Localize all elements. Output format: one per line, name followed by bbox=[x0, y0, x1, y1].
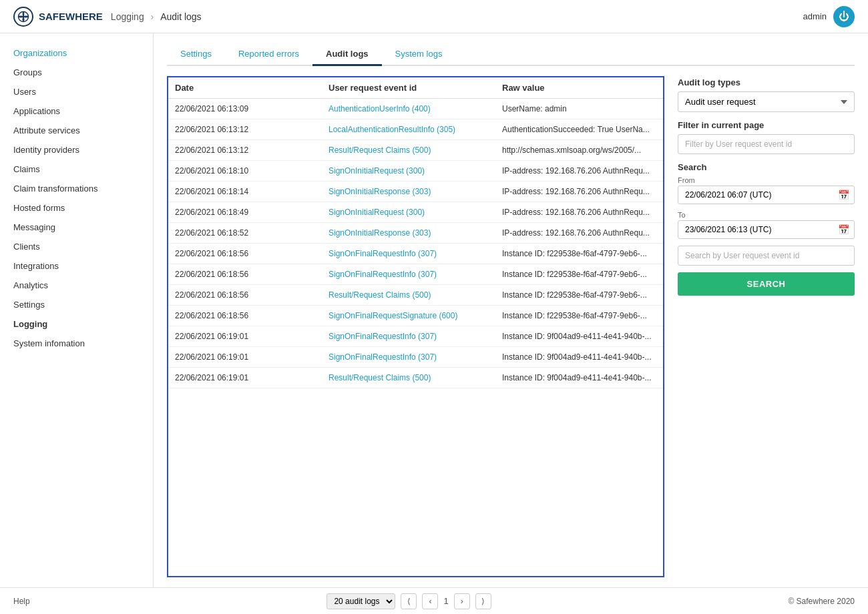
from-calendar-icon[interactable]: 📅 bbox=[838, 190, 849, 200]
cell-raw: Instance ID: 9f004ad9-e411-4e41-940b-... bbox=[502, 332, 656, 341]
cell-raw: IP-address: 192.168.76.206 AuthnRequ... bbox=[502, 187, 656, 196]
cell-date: 22/06/2021 06:18:56 bbox=[175, 270, 329, 279]
to-calendar-icon[interactable]: 📅 bbox=[838, 224, 849, 235]
footer-copyright: © Safewhere 2020 bbox=[788, 597, 855, 606]
cell-raw: UserName: admin bbox=[502, 104, 656, 113]
right-panel: Audit log types Audit user request All A… bbox=[678, 76, 855, 577]
cell-event[interactable]: SignOnFinalRequestInfo (307) bbox=[329, 270, 502, 279]
table-row: 22/06/2021 06:19:01 SignOnFinalRequestIn… bbox=[168, 326, 663, 347]
cell-event[interactable]: SignOnInitialResponse (303) bbox=[329, 228, 502, 238]
sidebar-item-users[interactable]: Users bbox=[0, 82, 153, 101]
cell-event[interactable]: SignOnInitialRequest (300) bbox=[329, 208, 502, 217]
filter-input[interactable] bbox=[678, 134, 855, 154]
table-row: 22/06/2021 06:18:56 SignOnFinalRequestIn… bbox=[168, 264, 663, 285]
tab-audit-logs[interactable]: Audit logs bbox=[312, 43, 382, 66]
table-row: 22/06/2021 06:18:10 SignOnInitialRequest… bbox=[168, 161, 663, 182]
next-page-button[interactable]: › bbox=[454, 593, 470, 609]
sidebar-item-identity-providers[interactable]: Identity providers bbox=[0, 140, 153, 160]
cell-date: 22/06/2021 06:19:01 bbox=[175, 352, 329, 362]
cell-event[interactable]: SignOnFinalRequestSignature (600) bbox=[329, 311, 502, 320]
to-label: To bbox=[678, 211, 855, 219]
cell-raw: Instance ID: f229538e-f6af-4797-9eb6-... bbox=[502, 290, 656, 300]
cell-raw: Instance ID: f229538e-f6af-4797-9eb6-... bbox=[502, 270, 656, 279]
cell-date: 22/06/2021 06:18:56 bbox=[175, 249, 329, 258]
sidebar-item-claims[interactable]: Claims bbox=[0, 160, 153, 179]
cell-date: 22/06/2021 06:18:49 bbox=[175, 208, 329, 217]
from-date-wrapper: 📅 bbox=[678, 186, 855, 204]
search-section-label: Search bbox=[678, 162, 855, 172]
content: Settings Reported errors Audit logs Syst… bbox=[154, 33, 868, 587]
footer-help: Help bbox=[13, 597, 30, 606]
first-page-button[interactable]: ⟨ bbox=[401, 593, 417, 609]
cell-date: 22/06/2021 06:19:01 bbox=[175, 373, 329, 382]
to-date-wrapper: 📅 bbox=[678, 220, 855, 239]
cell-event[interactable]: Result/Request Claims (500) bbox=[329, 145, 502, 155]
sidebar-item-integrations[interactable]: Integrations bbox=[0, 256, 153, 276]
from-date-section: From 📅 bbox=[678, 176, 855, 204]
table-row: 22/06/2021 06:18:56 Result/Request Claim… bbox=[168, 285, 663, 306]
cell-date: 22/06/2021 06:18:10 bbox=[175, 166, 329, 176]
table-header: Date User request event id Raw value bbox=[168, 77, 663, 99]
cell-date: 22/06/2021 06:13:09 bbox=[175, 104, 329, 113]
breadcrumb-separator: › bbox=[151, 11, 154, 22]
search-section: Search From 📅 To 📅 bbox=[678, 162, 855, 296]
sidebar-item-claim-transformations[interactable]: Claim transformations bbox=[0, 179, 153, 198]
table-row: 22/06/2021 06:18:14 SignOnInitialRespons… bbox=[168, 182, 663, 202]
current-page: 1 bbox=[443, 596, 448, 606]
tab-reported-errors[interactable]: Reported errors bbox=[225, 43, 312, 66]
filter-section: Filter in current page bbox=[678, 120, 855, 154]
audit-log-type-dropdown[interactable]: Audit user request All Authentication Si… bbox=[678, 91, 855, 112]
cell-date: 22/06/2021 06:18:56 bbox=[175, 290, 329, 300]
sidebar-item-settings[interactable]: Settings bbox=[0, 295, 153, 314]
cell-date: 22/06/2021 06:18:52 bbox=[175, 228, 329, 238]
table-row: 22/06/2021 06:13:12 Result/Request Claim… bbox=[168, 140, 663, 161]
sidebar-item-system-information[interactable]: System infomation bbox=[0, 334, 153, 353]
col-date: Date bbox=[175, 83, 329, 93]
tab-system-logs[interactable]: System logs bbox=[382, 43, 456, 66]
sidebar-item-analytics[interactable]: Analytics bbox=[0, 276, 153, 295]
table-row: 22/06/2021 06:19:01 SignOnFinalRequestIn… bbox=[168, 347, 663, 368]
breadcrumb: Logging › Audit logs bbox=[111, 11, 202, 22]
cell-event[interactable]: LocalAuthenticationResultInfo (305) bbox=[329, 125, 502, 134]
sidebar-item-clients[interactable]: Clients bbox=[0, 237, 153, 256]
sidebar-item-applications[interactable]: Applications bbox=[0, 101, 153, 121]
sidebar-item-messaging[interactable]: Messaging bbox=[0, 218, 153, 237]
per-page-select[interactable]: 20 audit logs bbox=[327, 593, 395, 609]
cell-event[interactable]: Result/Request Claims (500) bbox=[329, 290, 502, 300]
prev-page-button[interactable]: ‹ bbox=[422, 593, 438, 609]
filter-section-label: Filter in current page bbox=[678, 120, 855, 130]
cell-event[interactable]: AuthenticationUserInfo (400) bbox=[329, 104, 502, 113]
cell-event[interactable]: Result/Request Claims (500) bbox=[329, 373, 502, 382]
cell-event[interactable]: SignOnInitialRequest (300) bbox=[329, 166, 502, 176]
cell-date: 22/06/2021 06:18:56 bbox=[175, 311, 329, 320]
sidebar-item-logging[interactable]: Logging bbox=[0, 314, 153, 334]
col-event: User request event id bbox=[329, 83, 502, 93]
audit-log-table: Date User request event id Raw value 22/… bbox=[167, 76, 664, 577]
table-row: 22/06/2021 06:18:49 SignOnInitialRequest… bbox=[168, 202, 663, 223]
cell-date: 22/06/2021 06:13:12 bbox=[175, 145, 329, 155]
sidebar-item-groups[interactable]: Groups bbox=[0, 63, 153, 82]
sidebar-item-attribute-services[interactable]: Attribute services bbox=[0, 121, 153, 140]
cell-event[interactable]: SignOnFinalRequestInfo (307) bbox=[329, 332, 502, 341]
from-date-input[interactable] bbox=[678, 186, 855, 204]
power-button[interactable]: ⏻ bbox=[833, 6, 855, 27]
cell-event[interactable]: SignOnInitialResponse (303) bbox=[329, 187, 502, 196]
table-body: 22/06/2021 06:13:09 AuthenticationUserIn… bbox=[168, 99, 663, 576]
cell-event[interactable]: SignOnFinalRequestInfo (307) bbox=[329, 249, 502, 258]
logo-text: SAFEWHERE bbox=[39, 11, 103, 22]
table-row: 22/06/2021 06:13:09 AuthenticationUserIn… bbox=[168, 99, 663, 119]
content-split: Date User request event id Raw value 22/… bbox=[167, 76, 855, 577]
cell-event[interactable]: SignOnFinalRequestInfo (307) bbox=[329, 352, 502, 362]
cell-raw: IP-address: 192.168.76.206 AuthnRequ... bbox=[502, 166, 656, 176]
search-event-input[interactable] bbox=[678, 246, 855, 266]
footer: Help 20 audit logs ⟨ ‹ 1 › ⟩ © Safewhere… bbox=[0, 587, 868, 614]
cell-raw: AuthenticationSucceeded: True UserNa... bbox=[502, 125, 656, 134]
last-page-button[interactable]: ⟩ bbox=[475, 593, 491, 609]
to-date-section: To 📅 bbox=[678, 211, 855, 239]
tab-settings[interactable]: Settings bbox=[167, 43, 225, 66]
search-button[interactable]: SEARCH bbox=[678, 272, 855, 296]
sidebar-item-organizations[interactable]: Organizations bbox=[0, 43, 153, 63]
cell-raw: Instance ID: f229538e-f6af-4797-9eb6-... bbox=[502, 311, 656, 320]
to-date-input[interactable] bbox=[678, 220, 855, 239]
sidebar-item-hosted-forms[interactable]: Hosted forms bbox=[0, 198, 153, 218]
